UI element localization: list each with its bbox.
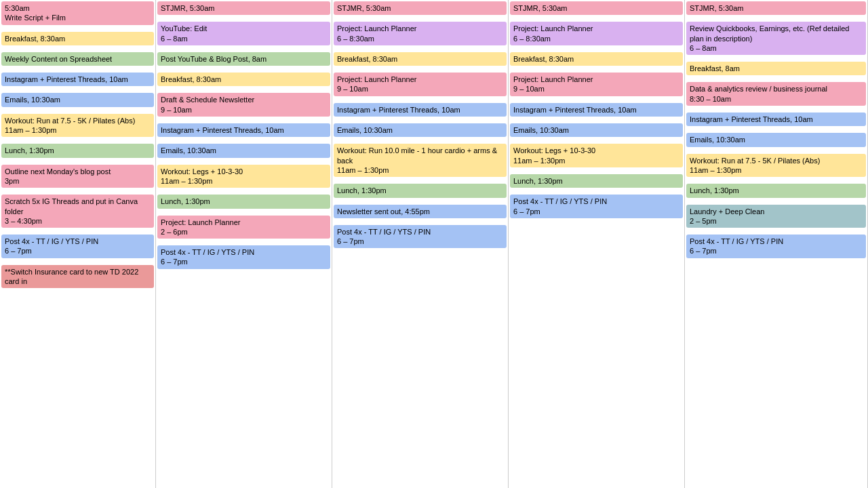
spacer-4-1 <box>686 56 866 60</box>
spacer-4-7 <box>686 199 866 203</box>
event-4-4[interactable]: Instagram + Pinterest Threads, 10am <box>686 113 866 126</box>
spacer-0-10 <box>1 289 154 293</box>
event-1-5[interactable]: Instagram + Pinterest Threads, 10am <box>157 123 330 137</box>
event-0-7[interactable]: Outline next Monday's blog post 3pm <box>1 165 154 188</box>
spacer-0-7 <box>1 189 154 193</box>
spacer-4-6 <box>686 178 866 182</box>
event-3-0[interactable]: STJMR, 5:30am <box>510 1 683 15</box>
spacer-1-5 <box>157 138 330 142</box>
event-1-10[interactable]: Post 4x - TT / IG / YTS / PIN 6 – 7pm <box>157 245 330 269</box>
event-4-3[interactable]: Data & analytics review / business journ… <box>686 82 866 106</box>
spacer-4-4 <box>686 127 866 131</box>
event-4-2[interactable]: Breakfast, 8am <box>686 62 866 75</box>
event-4-1[interactable]: Review Quickbooks, Earnings, etc. (Ref d… <box>686 22 866 55</box>
spacer-4-0 <box>686 16 866 20</box>
event-0-2[interactable]: Weekly Content on Spreadsheet <box>1 52 154 66</box>
spacer-3-0 <box>510 16 683 20</box>
spacer-1-7 <box>157 189 330 193</box>
event-4-6[interactable]: Workout: Run at 7.5 - 5K / Pilates (Abs)… <box>686 154 866 178</box>
spacer-4-8 <box>686 229 866 233</box>
event-0-6[interactable]: Lunch, 1:30pm <box>1 144 154 157</box>
event-2-8[interactable]: Newsletter sent out, 4:55pm <box>334 205 507 218</box>
spacer-0-4 <box>1 108 154 113</box>
spacer-3-7 <box>510 189 683 193</box>
event-2-0[interactable]: STJMR, 5:30am <box>334 1 507 15</box>
event-2-1[interactable]: Project: Launch Planner 6 – 8:30am <box>334 22 507 45</box>
calendar-column-4: STJMR, 5:30amReview Quickbooks, Earnings… <box>685 0 868 488</box>
spacer-2-3 <box>334 98 507 102</box>
calendar-column-2: STJMR, 5:30amProject: Launch Planner 6 –… <box>332 0 509 488</box>
spacer-2-0 <box>334 16 507 20</box>
event-2-9[interactable]: Post 4x - TT / IG / YTS / PIN 6 – 7pm <box>334 225 507 249</box>
event-1-9[interactable]: Project: Launch Planner 2 – 6pm <box>157 216 330 239</box>
spacer-2-7 <box>334 199 507 203</box>
spacer-1-1 <box>157 47 330 51</box>
event-1-2[interactable]: Post YouTube & Blog Post, 8am <box>157 52 330 66</box>
event-2-4[interactable]: Instagram + Pinterest Threads, 10am <box>334 103 507 117</box>
spacer-0-1 <box>1 47 154 51</box>
spacer-2-1 <box>334 47 507 51</box>
event-1-1[interactable]: YouTube: Edit 6 – 8am <box>157 22 330 45</box>
spacer-0-6 <box>1 159 154 163</box>
event-2-6[interactable]: Workout: Run 10.0 mile - 1 hour cardio +… <box>334 144 507 177</box>
spacer-3-4 <box>510 118 683 122</box>
event-0-9[interactable]: Post 4x - TT / IG / YTS / PIN 6 – 7pm <box>1 235 154 258</box>
event-1-8[interactable]: Lunch, 1:30pm <box>157 195 330 208</box>
spacer-0-9 <box>1 260 154 264</box>
spacer-3-3 <box>510 98 683 102</box>
event-3-2[interactable]: Breakfast, 8:30am <box>510 52 683 66</box>
spacer-1-0 <box>157 16 330 20</box>
spacer-2-8 <box>334 220 507 224</box>
spacer-4-5 <box>686 148 866 152</box>
spacer-1-3 <box>157 87 330 92</box>
spacer-1-9 <box>157 240 330 244</box>
event-0-1[interactable]: Breakfast, 8:30am <box>1 32 154 45</box>
event-3-3[interactable]: Project: Launch Planner 9 – 10am <box>510 73 683 96</box>
spacer-2-5 <box>334 138 507 142</box>
event-4-9[interactable]: Post 4x - TT / IG / YTS / PIN 6 – 7pm <box>686 235 866 258</box>
event-2-2[interactable]: Breakfast, 8:30am <box>334 52 507 66</box>
event-3-6[interactable]: Workout: Legs + 10-3-30 11am – 1:30pm <box>510 144 683 167</box>
event-3-1[interactable]: Project: Launch Planner 6 – 8:30am <box>510 22 683 45</box>
spacer-1-8 <box>157 210 330 214</box>
event-3-5[interactable]: Emails, 10:30am <box>510 123 683 137</box>
event-1-3[interactable]: Breakfast, 8:30am <box>157 73 330 86</box>
empty-space-2 <box>334 255 507 487</box>
event-1-7[interactable]: Workout: Legs + 10-3-30 11am – 1:30pm <box>157 165 330 188</box>
empty-space-1 <box>157 276 330 487</box>
event-2-7[interactable]: Lunch, 1:30pm <box>334 184 507 197</box>
empty-space-4 <box>686 265 866 487</box>
spacer-3-8 <box>510 220 683 224</box>
calendar-grid: 5:30am Write Script + FilmBreakfast, 8:3… <box>0 0 868 488</box>
spacer-0-8 <box>1 229 154 233</box>
spacer-3-6 <box>510 169 683 173</box>
spacer-4-2 <box>686 77 866 81</box>
spacer-1-10 <box>157 270 330 274</box>
event-3-4[interactable]: Instagram + Pinterest Threads, 10am <box>510 103 683 117</box>
calendar-column-0: 5:30am Write Script + FilmBreakfast, 8:3… <box>0 0 156 488</box>
event-0-10[interactable]: **Switch Insurance card to new TD 2022 c… <box>1 265 154 289</box>
event-2-5[interactable]: Emails, 10:30am <box>334 123 507 137</box>
event-1-4[interactable]: Draft & Schedule Newsletter 9 – 10am <box>157 93 330 117</box>
event-1-0[interactable]: STJMR, 5:30am <box>157 1 330 15</box>
event-4-7[interactable]: Lunch, 1:30pm <box>686 184 866 197</box>
event-0-5[interactable]: Workout: Run at 7.5 - 5K / Pilates (Abs)… <box>1 114 154 138</box>
spacer-4-3 <box>686 107 866 111</box>
event-0-0[interactable]: 5:30am Write Script + Film <box>1 1 154 25</box>
event-2-3[interactable]: Project: Launch Planner 9 – 10am <box>334 73 507 96</box>
event-4-5[interactable]: Emails, 10:30am <box>686 133 866 146</box>
event-4-0[interactable]: STJMR, 5:30am <box>686 1 866 15</box>
spacer-0-3 <box>1 87 154 92</box>
event-4-8[interactable]: Laundry + Deep Clean 2 – 5pm <box>686 205 866 228</box>
event-3-7[interactable]: Lunch, 1:30pm <box>510 174 683 188</box>
event-1-6[interactable]: Emails, 10:30am <box>157 144 330 157</box>
spacer-1-6 <box>157 159 330 163</box>
event-0-8[interactable]: Scratch 5x IG Threads and put in Canva f… <box>1 195 154 228</box>
event-0-3[interactable]: Instagram + Pinterest Threads, 10am <box>1 73 154 86</box>
spacer-2-6 <box>334 178 507 182</box>
event-0-4[interactable]: Emails, 10:30am <box>1 93 154 106</box>
spacer-3-1 <box>510 47 683 51</box>
calendar-column-3: STJMR, 5:30amProject: Launch Planner 6 –… <box>509 0 685 488</box>
spacer-3-5 <box>510 138 683 142</box>
event-3-8[interactable]: Post 4x - TT / IG / YTS / PIN 6 – 7pm <box>510 195 683 218</box>
